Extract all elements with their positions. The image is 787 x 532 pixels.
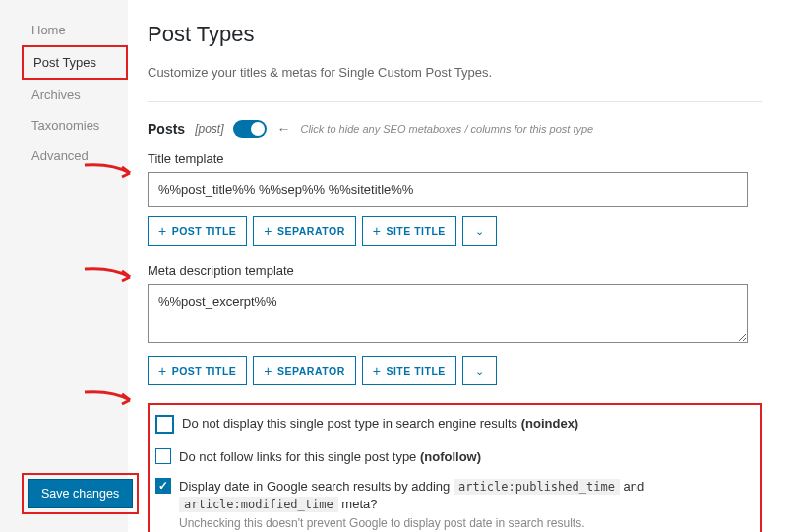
title-template-input[interactable]	[148, 172, 748, 207]
chevron-down-icon: ⌄	[475, 225, 484, 237]
annotation-arrow-icon	[83, 266, 137, 288]
sidebar-item-taxonomies[interactable]: Taxonomies	[22, 110, 128, 141]
separator-button[interactable]: +SEPARATOR	[253, 216, 355, 246]
plus-icon: +	[264, 363, 272, 379]
site-title-button[interactable]: +SITE TITLE	[362, 356, 456, 385]
sidebar-item-home[interactable]: Home	[22, 15, 128, 45]
save-button[interactable]: Save changes	[28, 479, 133, 508]
plus-icon: +	[264, 223, 272, 239]
nofollow-checkbox[interactable]	[155, 448, 171, 464]
plus-icon: +	[373, 363, 382, 379]
plus-icon: +	[373, 223, 382, 239]
plus-icon: +	[158, 223, 167, 239]
title-var-buttons: +POST TITLE +SEPARATOR +SITE TITLE ⌄	[148, 216, 762, 246]
date-label: Display date in Google search results by…	[179, 478, 755, 513]
separator-button[interactable]: +SEPARATOR	[253, 356, 355, 385]
save-button-highlight: Save changes	[22, 473, 139, 514]
sidebar-item-archives[interactable]: Archives	[22, 80, 128, 110]
plus-icon: +	[158, 363, 167, 379]
meta-template-label: Meta description template	[148, 264, 762, 278]
annotation-arrow-icon	[83, 161, 137, 184]
title-template-label: Title template	[148, 151, 762, 166]
main-content: Post Types Customize your titles & metas…	[128, 0, 787, 532]
page-title: Post Types	[148, 22, 762, 47]
meta-var-buttons: +POST TITLE +SEPARATOR +SITE TITLE ⌄	[148, 356, 762, 385]
page-subtitle: Customize your titles & metas for Single…	[148, 65, 762, 102]
site-title-button[interactable]: +SITE TITLE	[362, 216, 456, 246]
arrow-left-icon: ←	[276, 121, 290, 137]
nofollow-label: Do not follow links for this single post…	[179, 448, 481, 466]
more-variables-button[interactable]: ⌄	[462, 356, 497, 385]
checkbox-section: Do not display this single post type in …	[148, 403, 762, 532]
toggle-hint: Click to hide any SEO metaboxes / column…	[300, 123, 593, 135]
visibility-toggle[interactable]	[233, 120, 267, 138]
posts-section-title: Posts	[148, 121, 185, 137]
noindex-checkbox[interactable]	[155, 415, 174, 434]
annotation-arrow-icon	[83, 388, 137, 411]
chevron-down-icon: ⌄	[475, 365, 484, 377]
meta-template-input[interactable]: %%post_excerpt%%	[148, 284, 748, 343]
more-variables-button[interactable]: ⌄	[462, 216, 497, 246]
post-title-button[interactable]: +POST TITLE	[148, 356, 247, 385]
date-help: Unchecking this doesn't prevent Google t…	[179, 516, 755, 530]
posts-slug: [post]	[195, 122, 223, 136]
sidebar-item-post-types[interactable]: Post Types	[22, 45, 128, 80]
posts-header: Posts [post] ← Click to hide any SEO met…	[148, 120, 762, 138]
date-checkbox[interactable]	[155, 478, 171, 494]
post-title-button[interactable]: +POST TITLE	[148, 216, 247, 246]
noindex-label: Do not display this single post type in …	[182, 415, 578, 433]
